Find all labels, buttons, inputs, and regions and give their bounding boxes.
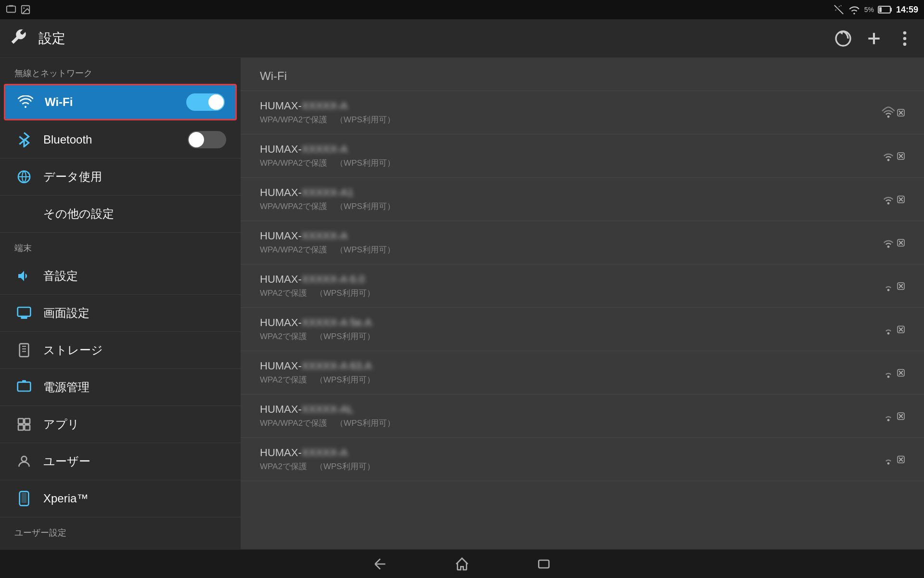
network-name-blur: XXXXX-A	[302, 447, 347, 459]
sidebar-item-power[interactable]: 電源管理	[0, 369, 241, 406]
bluetooth-toggle[interactable]	[188, 131, 226, 148]
network-security: WPA/WPA2で保護 （WPS利用可）	[260, 418, 882, 429]
svg-rect-20	[18, 419, 24, 424]
other-settings-label: その他の設定	[43, 206, 226, 222]
sidebar-item-wifi[interactable]: Wi-Fi	[4, 84, 237, 120]
network-name-blur: XXXXX-A	[302, 100, 347, 112]
svg-point-8	[903, 31, 907, 35]
network-security: WPA2で保護 （WPS利用可）	[260, 331, 882, 342]
user-icon	[14, 452, 34, 471]
network-name: HUMAX-XXXXX-A	[260, 447, 882, 459]
time: 14:59	[896, 5, 918, 15]
network-name-blur: XXXXX-A 5e.A	[302, 316, 372, 329]
network-info: HUMAX-XXXXX-A1 WPA/WPA2で保護 （WPS利用可）	[260, 186, 882, 212]
svg-point-10	[903, 42, 907, 46]
image-icon	[20, 4, 31, 15]
sidebar-item-storage[interactable]: ストレージ	[0, 332, 241, 369]
bluetooth-label: Bluetooth	[43, 133, 188, 146]
table-row[interactable]: HUMAX-XXXXX-A WPA/WPA2で保護 （WPS利用可）	[241, 91, 924, 134]
network-info: HUMAX-XXXXX-A WPA/WPA2で保護 （WPS利用可）	[260, 230, 882, 255]
more-menu-icon[interactable]	[895, 29, 914, 48]
network-name: HUMAX-XXXXX-A 63.A	[260, 360, 882, 372]
table-row[interactable]: HUMAX-XXXXX-A 6.0 WPA2で保護 （WPS利用可）	[241, 264, 924, 308]
wifi-label: Wi-Fi	[45, 95, 186, 109]
battery-icon	[878, 5, 892, 14]
signal-icon-2	[882, 193, 905, 206]
bluetooth-icon	[14, 130, 34, 149]
network-info: HUMAX-XXXXX-AL WPA/WPA2で保護 （WPS利用可）	[260, 403, 882, 429]
svg-rect-5	[879, 7, 882, 12]
storage-label: ストレージ	[43, 342, 226, 358]
network-security: WPA/WPA2で保護 （WPS利用可）	[260, 114, 882, 125]
xperia-icon	[14, 489, 34, 508]
network-security: WPA/WPA2で保護 （WPS利用可）	[260, 158, 882, 169]
signal-icon-4	[882, 279, 905, 293]
svg-rect-12	[18, 307, 31, 316]
network-security: WPA/WPA2で保護 （WPS利用可）	[260, 201, 882, 212]
svg-rect-1	[9, 5, 13, 7]
sidebar-item-display[interactable]: 画面設定	[0, 295, 241, 332]
refresh-icon[interactable]	[834, 29, 853, 48]
network-list: HUMAX-XXXXX-A WPA/WPA2で保護 （WPS利用可） HUMAX…	[241, 91, 924, 481]
title-bar-left: 設定	[10, 28, 65, 49]
section-label-device: 端末	[0, 233, 241, 258]
wifi-toggle[interactable]	[186, 93, 225, 111]
svg-point-39	[887, 375, 890, 378]
status-bar-left	[6, 4, 31, 15]
signal-icon-1	[882, 149, 905, 163]
signal-icon-6	[882, 366, 905, 380]
svg-point-27	[887, 115, 890, 118]
svg-rect-0	[7, 6, 15, 13]
table-row[interactable]: HUMAX-XXXXX-AL WPA/WPA2で保護 （WPS利用可）	[241, 394, 924, 438]
table-row[interactable]: HUMAX-XXXXX-A WPA/WPA2で保護 （WPS利用可）	[241, 134, 924, 178]
svg-rect-19	[22, 380, 26, 382]
power-label: 電源管理	[43, 380, 226, 395]
network-name: HUMAX-XXXXX-A	[260, 230, 882, 242]
display-label: 画面設定	[43, 305, 226, 321]
table-row[interactable]: HUMAX-XXXXX-A WPA2で保護 （WPS利用可）	[241, 438, 924, 481]
signal-icon-5	[882, 323, 905, 336]
table-row[interactable]: HUMAX-XXXXX-A WPA/WPA2で保護 （WPS利用可）	[241, 221, 924, 264]
table-row[interactable]: HUMAX-XXXXX-A 5e.A WPA2で保護 （WPS利用可）	[241, 308, 924, 351]
display-icon	[14, 303, 34, 323]
signal-blocked-icon	[834, 4, 844, 15]
network-name: HUMAX-XXXXX-A	[260, 143, 882, 156]
wifi-toggle-knob	[208, 94, 224, 110]
table-row[interactable]: HUMAX-XXXXX-A1 WPA/WPA2で保護 （WPS利用可）	[241, 178, 924, 221]
sidebar-item-data-usage[interactable]: データ使用	[0, 158, 241, 196]
plus-icon[interactable]	[864, 29, 884, 48]
svg-rect-13	[21, 316, 27, 319]
back-button[interactable]	[368, 554, 392, 574]
table-row[interactable]: HUMAX-XXXXX-A 63.A WPA2で保護 （WPS利用可）	[241, 351, 924, 394]
network-name-blur: XXXXX-A1	[302, 186, 354, 199]
sidebar-item-apps[interactable]: アプリ	[0, 406, 241, 443]
svg-rect-23	[25, 425, 30, 430]
network-name-blur: XXXXX-A	[302, 143, 347, 156]
network-info: HUMAX-XXXXX-A 6.0 WPA2で保護 （WPS利用可）	[260, 273, 882, 299]
home-button[interactable]	[450, 554, 474, 574]
network-info: HUMAX-XXXXX-A 63.A WPA2で保護 （WPS利用可）	[260, 360, 882, 385]
network-info: HUMAX-XXXXX-A WPA/WPA2で保護 （WPS利用可）	[260, 143, 882, 169]
status-bar-right: 5% 14:59	[834, 4, 918, 15]
sidebar-item-bluetooth[interactable]: Bluetooth	[0, 121, 241, 158]
network-security: WPA/WPA2で保護 （WPS利用可）	[260, 244, 882, 255]
globe-icon	[14, 167, 34, 186]
network-info: HUMAX-XXXXX-A WPA/WPA2で保護 （WPS利用可）	[260, 100, 882, 125]
status-bar: 5% 14:59	[0, 0, 924, 19]
svg-point-35	[887, 289, 890, 291]
network-name: HUMAX-XXXXX-A1	[260, 186, 882, 199]
signal-icon-0	[882, 106, 905, 119]
network-name: HUMAX-XXXXX-A 5e.A	[260, 316, 882, 329]
apps-label: アプリ	[43, 417, 226, 432]
sidebar-item-sound[interactable]: 音設定	[0, 258, 241, 295]
svg-rect-21	[25, 419, 30, 424]
main-panel: Wi-Fi HUMAX-XXXXX-A WPA/WPA2で保護 （WPS利用可）	[241, 58, 924, 549]
sidebar-item-xperia[interactable]: Xperia™	[0, 480, 241, 517]
signal-icon-3	[882, 236, 905, 250]
recents-button[interactable]	[532, 554, 556, 574]
bottom-nav	[0, 549, 924, 578]
network-name: HUMAX-XXXXX-A	[260, 100, 882, 112]
sidebar-item-other-settings[interactable]: その他の設定	[0, 196, 241, 233]
network-security: WPA2で保護 （WPS利用可）	[260, 288, 882, 299]
sidebar-item-users[interactable]: ユーザー	[0, 443, 241, 480]
